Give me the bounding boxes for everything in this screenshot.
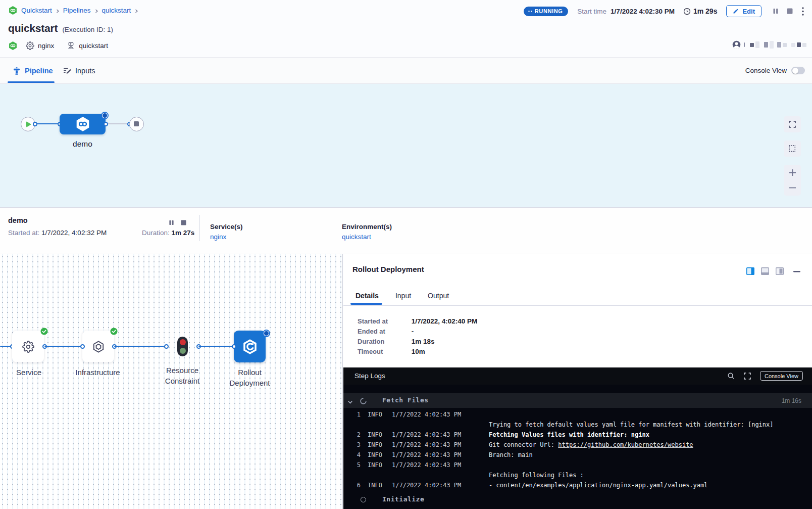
detail-label: Duration bbox=[358, 338, 410, 345]
port-dot bbox=[232, 344, 236, 349]
harness-cd-icon bbox=[8, 6, 18, 15]
layout-bottom-icon[interactable] bbox=[761, 267, 769, 275]
avatar-icon bbox=[732, 40, 741, 49]
port-dot bbox=[164, 344, 169, 349]
step-node-resource-constraint[interactable] bbox=[177, 337, 188, 356]
log-section-name: Initialize bbox=[382, 495, 424, 503]
topbar-actions: RUNNING Start time 1/7/2022 4:02:30 PM 1… bbox=[524, 5, 804, 18]
harness-cd-icon bbox=[8, 41, 18, 51]
logs-header: Step Logs Console View bbox=[343, 367, 812, 385]
zoom-out-button[interactable] bbox=[784, 180, 801, 196]
console-view-toggle-row: Console View bbox=[745, 67, 805, 74]
view-tabbar: Pipeline Inputs Console View bbox=[0, 57, 812, 84]
marquee-select-button[interactable] bbox=[784, 141, 801, 157]
breadcrumb: Quickstart Pipelines quickstart bbox=[8, 6, 138, 15]
log-link-text[interactable]: https://github.com/kubernetes/website bbox=[558, 441, 693, 448]
log-row: 2INFO1/7/2022 4:02:43 PMFetching Values … bbox=[343, 430, 812, 440]
page-title-row: quickstart (Execution ID: 1) bbox=[8, 22, 113, 34]
edit-button[interactable]: Edit bbox=[726, 5, 762, 17]
loading-spinner-icon bbox=[360, 397, 367, 406]
infrastructure-icon bbox=[67, 41, 75, 50]
inputs-icon bbox=[63, 67, 71, 75]
tab-inputs[interactable]: Inputs bbox=[63, 58, 95, 84]
traffic-red-light bbox=[180, 339, 186, 345]
success-check-icon bbox=[110, 328, 118, 335]
panel-layout-controls bbox=[746, 267, 800, 275]
service-link[interactable]: nginx bbox=[210, 233, 243, 241]
log-section-duration: 1m 16s bbox=[782, 397, 801, 404]
service-tag-label[interactable]: nginx bbox=[38, 42, 54, 50]
detail-label: Ended at bbox=[358, 328, 410, 335]
stage-info-name: demo bbox=[8, 216, 28, 224]
log-row: 1INFO1/7/2022 4:02:43 PM bbox=[343, 409, 812, 420]
detail-row-ended: Ended at - bbox=[358, 328, 414, 335]
pause-stage-button[interactable] bbox=[169, 220, 174, 225]
page-title: quickstart bbox=[8, 22, 58, 34]
stage-duration: Duration: 1m 27s bbox=[142, 229, 194, 237]
stop-execution-button[interactable] bbox=[787, 8, 793, 14]
services-label: Service(s) bbox=[210, 223, 243, 230]
panel-active-tab-underline bbox=[350, 303, 382, 305]
stage-info-strip: demo Started at: 1/7/2022, 4:02:32 PM Du… bbox=[0, 207, 812, 254]
step-node-service[interactable] bbox=[12, 331, 44, 362]
port-dot bbox=[33, 122, 37, 126]
environment-link[interactable]: quickstart bbox=[342, 233, 392, 241]
detail-label: Started at bbox=[358, 317, 410, 325]
panel-title: Rollout Deployment bbox=[352, 265, 424, 273]
panel-tab-output[interactable]: Output bbox=[426, 290, 451, 306]
breadcrumb-link-pipelines[interactable]: Pipelines bbox=[63, 7, 91, 14]
search-icon[interactable] bbox=[727, 372, 735, 380]
execution-id: (Execution ID: 1) bbox=[62, 26, 113, 33]
layout-right-active-icon[interactable] bbox=[746, 267, 754, 275]
elapsed-time: 1m 29s bbox=[683, 7, 717, 15]
graph-edge bbox=[114, 346, 164, 347]
pipeline-end-node[interactable] bbox=[129, 117, 144, 131]
active-tab-underline bbox=[8, 81, 55, 83]
zoom-in-button[interactable] bbox=[784, 165, 801, 180]
chevron-right-icon bbox=[134, 9, 138, 13]
step-logs-panel: Step Logs Console View bbox=[343, 367, 812, 509]
stage-services: Service(s) nginx bbox=[210, 223, 243, 241]
tab-pipeline[interactable]: Pipeline bbox=[13, 58, 53, 84]
edge-demo-end bbox=[106, 123, 130, 124]
port-dot bbox=[104, 122, 108, 126]
logs-console-view-button[interactable]: Console View bbox=[760, 371, 803, 381]
step-node-infrastructure[interactable] bbox=[82, 331, 114, 362]
start-time-label: Start time bbox=[577, 8, 606, 15]
stage-controls bbox=[169, 220, 186, 225]
breadcrumb-link-pipeline-quickstart[interactable]: quickstart bbox=[102, 7, 131, 14]
layout-right-icon[interactable] bbox=[776, 267, 784, 275]
detail-row-duration: Duration 1m 18s bbox=[358, 338, 434, 345]
divider bbox=[343, 305, 812, 306]
clock-icon bbox=[683, 8, 691, 15]
minimize-panel-icon[interactable] bbox=[793, 268, 800, 275]
log-section-fetch-files[interactable]: Fetch Files 1m 16s bbox=[343, 393, 812, 408]
log-section-initialize[interactable]: Initialize bbox=[343, 494, 812, 508]
detail-row-timeout: Timeout 10m bbox=[358, 348, 425, 355]
expand-logs-icon[interactable] bbox=[743, 372, 751, 380]
environments-label: Environment(s) bbox=[342, 223, 392, 230]
fullscreen-button[interactable] bbox=[784, 116, 801, 132]
panel-tab-input[interactable]: Input bbox=[393, 290, 413, 306]
environment-tag: quickstart bbox=[67, 41, 108, 50]
console-view-toggle[interactable] bbox=[791, 67, 805, 74]
chevron-down-icon bbox=[347, 398, 353, 407]
log-row: 4INFO1/7/2022 4:02:43 PMBranch: main bbox=[343, 450, 812, 460]
detail-label: Timeout bbox=[358, 348, 410, 355]
log-row: 6INFO1/7/2022 4:02:43 PM- content/en/exa… bbox=[343, 480, 812, 490]
gear-icon bbox=[26, 41, 34, 50]
detail-value: - bbox=[412, 328, 414, 335]
stage-started-at: Started at: 1/7/2022, 4:02:32 PM bbox=[8, 229, 107, 237]
step-node-rollout-deployment[interactable] bbox=[234, 331, 266, 362]
pause-execution-button[interactable] bbox=[773, 8, 779, 14]
stop-stage-button[interactable] bbox=[181, 220, 186, 225]
breadcrumb-link-quickstart[interactable]: Quickstart bbox=[21, 7, 52, 14]
stage-node-demo[interactable] bbox=[60, 114, 106, 134]
log-row: 5INFO1/7/2022 4:02:43 PM bbox=[343, 460, 812, 470]
graph-edge bbox=[44, 346, 82, 347]
kebab-menu-icon[interactable] bbox=[802, 7, 804, 16]
pipeline-icon bbox=[13, 67, 21, 75]
environment-tag-label[interactable]: quickstart bbox=[79, 42, 108, 50]
detail-value: 1m 18s bbox=[412, 338, 435, 345]
step-label-service: Service bbox=[6, 367, 52, 378]
